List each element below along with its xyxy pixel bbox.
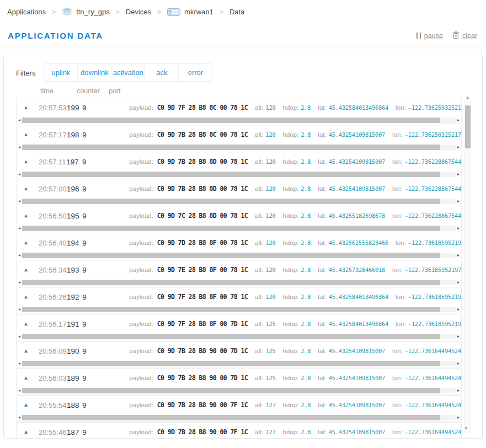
vertical-scrollbar-thumb[interactable]: [465, 105, 471, 148]
data-row[interactable]: ▲ 20:55:46 187 9 payload: C0 9D 7B 28 B8…: [16, 422, 462, 439]
data-row-main[interactable]: ▲ 20:57:17 198 9 payload: C0 9D 7B 28 B8…: [17, 125, 461, 144]
horizontal-scrollbar-thumb[interactable]: [22, 361, 440, 366]
horizontal-scrollbar-thumb[interactable]: [22, 280, 440, 285]
filter-activation-button[interactable]: activation: [111, 63, 145, 82]
data-row-main[interactable]: ▲ 20:56:26 192 9 payload: C0 9D 7F 28 B8…: [17, 287, 461, 306]
scroll-left-icon[interactable]: ◂: [18, 334, 20, 339]
horizontal-scrollbar-track[interactable]: [22, 145, 456, 150]
horizontal-scrollbar-track[interactable]: [22, 388, 456, 393]
scroll-right-icon[interactable]: ▸: [457, 253, 460, 258]
data-row-main[interactable]: ▲ 20:57:00 196 9 payload: C0 9D 7B 28 B8…: [17, 179, 461, 198]
horizontal-scrollbar-track[interactable]: [22, 280, 456, 285]
breadcrumb-data[interactable]: Data: [229, 8, 244, 16]
data-row-main[interactable]: ▲ 20:56:03 189 9 payload: C0 9D 7B 28 B8…: [17, 369, 461, 387]
scroll-down-icon[interactable]: ▾: [465, 426, 468, 431]
data-row[interactable]: ▲ 20:57:53 199 9 payload: C0 9D 7F 28 B8…: [16, 98, 462, 124]
filter-downlink-button[interactable]: downlink: [77, 63, 111, 82]
data-row-main[interactable]: ▲ 20:55:54 188 9 payload: C0 9D 7B 28 B8…: [17, 396, 461, 414]
horizontal-scrollbar-track[interactable]: [22, 172, 456, 177]
horizontal-scrollbar-thumb[interactable]: [22, 334, 440, 339]
data-row-main[interactable]: ▲ 20:57:53 199 9 payload: C0 9D 7F 28 B8…: [17, 98, 461, 117]
data-row[interactable]: ▲ 20:56:34 193 9 payload: C0 9D 7E 28 B8…: [16, 260, 462, 286]
scroll-right-icon[interactable]: ▸: [457, 199, 460, 204]
pause-button[interactable]: pause: [416, 32, 443, 40]
data-row[interactable]: ▲ 20:57:00 196 9 payload: C0 9D 7B 28 B8…: [16, 179, 462, 205]
scroll-right-icon[interactable]: ▸: [457, 334, 460, 339]
horizontal-scrollbar-track[interactable]: [22, 334, 456, 339]
horizontal-scrollbar-track[interactable]: [22, 253, 456, 258]
horizontal-scrollbar[interactable]: ◂ ▸: [17, 225, 461, 232]
horizontal-scrollbar[interactable]: ◂ ▸: [17, 279, 461, 286]
scroll-left-icon[interactable]: ◂: [18, 415, 20, 420]
data-row-main[interactable]: ▲ 20:57:11 197 9 payload: C0 9D 7B 28 B8…: [17, 152, 461, 171]
scroll-left-icon[interactable]: ◂: [18, 199, 20, 204]
vertical-scrollbar[interactable]: ▴ ▾: [464, 95, 471, 435]
data-row[interactable]: ▲ 20:57:17 198 9 payload: C0 9D 7B 28 B8…: [16, 125, 462, 151]
data-row[interactable]: ▲ 20:56:26 192 9 payload: C0 9D 7F 28 B8…: [16, 287, 462, 313]
breadcrumb-application-ttn-ry-gps[interactable]: ttn_ry_gps: [62, 8, 110, 16]
horizontal-scrollbar-thumb[interactable]: [22, 172, 440, 177]
horizontal-scrollbar[interactable]: ◂ ▸: [17, 198, 461, 205]
data-row-main[interactable]: ▲ 20:56:09 190 9 payload: C0 9D 7B 28 B8…: [17, 342, 461, 360]
horizontal-scrollbar[interactable]: ◂ ▸: [17, 171, 461, 178]
horizontal-scrollbar-thumb[interactable]: [22, 253, 440, 258]
scroll-right-icon[interactable]: ▸: [457, 118, 460, 122]
horizontal-scrollbar-thumb[interactable]: [22, 388, 440, 393]
scroll-right-icon[interactable]: ▸: [457, 226, 460, 231]
vertical-scrollbar-track[interactable]: ▾: [464, 102, 471, 433]
scroll-left-icon[interactable]: ◂: [18, 226, 20, 231]
scroll-right-icon[interactable]: ▸: [457, 145, 460, 150]
data-row[interactable]: ▲ 20:56:03 189 9 payload: C0 9D 7B 28 B8…: [16, 368, 462, 394]
horizontal-scrollbar-thumb[interactable]: [22, 226, 440, 231]
horizontal-scrollbar-thumb[interactable]: [22, 415, 440, 420]
scroll-right-icon[interactable]: ▸: [457, 415, 460, 420]
horizontal-scrollbar[interactable]: ◂ ▸: [17, 117, 461, 124]
horizontal-scrollbar-track[interactable]: [22, 226, 456, 231]
data-row-main[interactable]: ▲ 20:56:50 195 9 payload: C0 9D 7C 28 B8…: [17, 206, 461, 225]
scroll-right-icon[interactable]: ▸: [457, 388, 460, 393]
scroll-up-icon[interactable]: ▴: [466, 95, 469, 100]
scroll-right-icon[interactable]: ▸: [457, 307, 460, 312]
data-row[interactable]: ▲ 20:56:09 190 9 payload: C0 9D 7B 28 B8…: [16, 341, 462, 367]
horizontal-scrollbar[interactable]: ◂ ▸: [17, 360, 461, 367]
horizontal-scrollbar[interactable]: ◂ ▸: [17, 333, 461, 340]
filter-uplink-button[interactable]: uplink: [44, 63, 78, 82]
scroll-left-icon[interactable]: ◂: [18, 145, 20, 150]
horizontal-scrollbar-track[interactable]: [22, 361, 456, 366]
horizontal-scrollbar[interactable]: ◂ ▸: [17, 306, 461, 313]
data-row[interactable]: ▲ 20:56:17 191 9 payload: C0 9D 7F 28 B8…: [16, 314, 462, 340]
data-row[interactable]: ▲ 20:55:54 188 9 payload: C0 9D 7B 28 B8…: [16, 395, 462, 422]
breadcrumb-device-mkrwan1[interactable]: mkrwan1: [167, 8, 213, 16]
scroll-left-icon[interactable]: ◂: [18, 172, 20, 177]
data-row[interactable]: ▲ 20:56:40 194 9 payload: C0 9D 7D 28 B8…: [16, 233, 462, 259]
scroll-left-icon[interactable]: ◂: [18, 280, 20, 285]
horizontal-scrollbar-thumb[interactable]: [22, 118, 440, 123]
data-row-main[interactable]: ▲ 20:55:46 187 9 payload: C0 9D 7B 28 B8…: [17, 423, 461, 439]
scroll-right-icon[interactable]: ▸: [457, 172, 460, 177]
breadcrumb-applications[interactable]: Applications: [7, 8, 46, 16]
scroll-right-icon[interactable]: ▸: [457, 361, 460, 366]
scroll-left-icon[interactable]: ◂: [18, 388, 20, 393]
scroll-left-icon[interactable]: ◂: [18, 361, 20, 366]
scroll-left-icon[interactable]: ◂: [18, 253, 20, 258]
horizontal-scrollbar[interactable]: ◂ ▸: [17, 144, 461, 151]
scroll-right-icon[interactable]: ▸: [457, 280, 460, 285]
scroll-left-icon[interactable]: ◂: [18, 118, 20, 122]
breadcrumb-devices[interactable]: Devices: [126, 8, 151, 16]
clear-button[interactable]: clear: [453, 31, 477, 40]
data-row[interactable]: ▲ 20:56:50 195 9 payload: C0 9D 7C 28 B8…: [16, 206, 462, 232]
data-row-main[interactable]: ▲ 20:56:17 191 9 payload: C0 9D 7F 28 B8…: [17, 314, 461, 333]
filter-error-button[interactable]: error: [178, 63, 212, 82]
horizontal-scrollbar-track[interactable]: [22, 118, 456, 123]
horizontal-scrollbar[interactable]: ◂ ▸: [17, 387, 461, 394]
horizontal-scrollbar-thumb[interactable]: [22, 145, 440, 150]
data-row[interactable]: ▲ 20:57:11 197 9 payload: C0 9D 7B 28 B8…: [16, 152, 462, 178]
horizontal-scrollbar-track[interactable]: [22, 307, 456, 312]
horizontal-scrollbar-track[interactable]: [22, 415, 456, 420]
filter-ack-button[interactable]: ack: [145, 63, 179, 82]
horizontal-scrollbar-thumb[interactable]: [22, 199, 440, 204]
horizontal-scrollbar-thumb[interactable]: [22, 307, 440, 312]
horizontal-scrollbar-track[interactable]: [22, 199, 456, 204]
horizontal-scrollbar[interactable]: ◂ ▸: [17, 252, 461, 259]
horizontal-scrollbar[interactable]: ◂ ▸: [17, 414, 461, 421]
